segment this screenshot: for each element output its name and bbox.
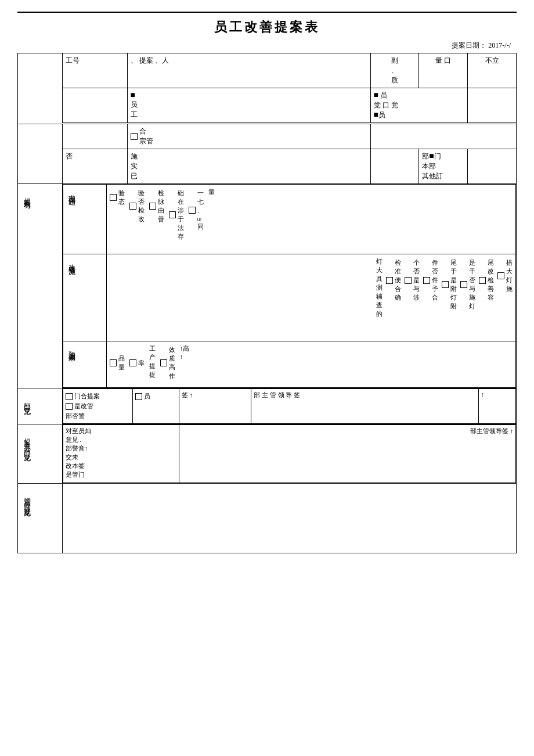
proposer-inner-table: 发现问题 验态 — [63, 184, 516, 388]
imp-cb1-label: 检准便合确 — [395, 258, 401, 302]
check-verify: 验否检改 — [129, 189, 145, 224]
imp-cb6-label: 尾改检善容 — [488, 258, 494, 302]
dept-opinion-label-cell: 部门 意见 — [18, 388, 63, 424]
exp-prefix: ↑高↑ — [180, 344, 190, 381]
expected-content: 品量 率 工产提提 — [106, 341, 515, 388]
proposal-text-row4: 交未 — [66, 453, 176, 462]
dept-sign-right: ↑ — [479, 389, 516, 424]
col5-checks: 一七、ம同 — [189, 188, 204, 242]
proposal-inner-row: 对至员灿 意见 . 部警音↑ 交未 改本签 是管门 部主管领导签 ↑ — [63, 425, 515, 483]
empty-top-left — [18, 53, 63, 88]
imp-cb5-box[interactable] — [460, 281, 467, 288]
imp-col7: 尾改检善容 — [479, 257, 494, 318]
empty-right-3 — [370, 124, 516, 149]
col2-checks: 验否检改 — [129, 188, 145, 242]
empty-right — [468, 88, 517, 123]
found-label: 发现问题 — [66, 186, 78, 197]
exp-cb1-label: 品量 — [118, 354, 125, 372]
imp-cb3-box[interactable] — [423, 277, 430, 284]
dept-opinion-content: 门合提案 是改管 部否警 — [62, 388, 516, 424]
member-cb-box[interactable] — [135, 393, 142, 400]
imp-cb2: 个否是与涉 — [405, 258, 420, 302]
not-established-col: 不立 — [468, 53, 517, 88]
dept-cb1-box[interactable] — [66, 393, 73, 400]
imp-col5: 尾于是附灯附 — [442, 257, 457, 318]
proposal-content: 对至员灿 意见 . 部警音↑ 交未 改本签 是管门 — [66, 427, 176, 479]
expected-label: 预期效果 — [66, 343, 78, 354]
proposer-fill-label-cell: 提案人填写 — [18, 184, 63, 388]
dept-cb2: 是改管 — [66, 402, 130, 411]
exp-cb1: 品量 — [110, 345, 125, 380]
cb4[interactable] — [169, 211, 176, 218]
comp-checkbox[interactable] — [131, 133, 138, 140]
operations-row: 运营 管理 部意见 — [18, 484, 517, 553]
imp-cb7-box[interactable] — [497, 272, 504, 279]
proposer-label: 、 提案 、人 — [131, 56, 169, 64]
col4-checks: 础在涉于法存 — [169, 188, 184, 242]
exp-cb3-box[interactable] — [160, 359, 167, 366]
cb3-label: 检脉由善 — [158, 189, 164, 224]
empty-2 — [18, 88, 63, 123]
exp-cb2-box[interactable] — [129, 359, 136, 366]
implemented-row: 否 施实已 部■门 本部 其他訂 — [18, 149, 517, 184]
exp-cb3: 效质高作 — [160, 345, 175, 380]
quality-label: 副、 — [374, 56, 416, 75]
comp-mgmt-check-row: 合宗管 — [131, 127, 367, 146]
cb1-label: 验态 — [118, 189, 125, 206]
cb2[interactable] — [129, 203, 136, 210]
job-no-label: 工号 — [66, 56, 80, 64]
proposal-dept-label: 提案 承办 部门 意见 — [21, 427, 33, 456]
exp-suffix: 工产提提 — [149, 344, 156, 381]
dept-sign-left: 签 ↑ — [179, 389, 251, 424]
dept-opinion-inner-row: 门合提案 是改管 部否警 — [63, 389, 515, 424]
quantity-right: 量 — [208, 188, 513, 242]
cb4-label: 础在涉于法存 — [178, 189, 184, 241]
imp-cb1-box[interactable] — [386, 277, 393, 284]
dept-cell: 部■门 本部 其他訂 — [419, 149, 468, 184]
imp-cb4-box[interactable] — [442, 281, 449, 288]
sign-label: 签 ↑ — [182, 391, 193, 398]
comp-mgmt-content: 合宗管 — [127, 124, 370, 149]
improvement-label: 改善措施 — [66, 256, 78, 267]
cb1[interactable] — [110, 194, 117, 201]
proposer-fill-label: 提案人填写 — [21, 186, 33, 204]
proposal-text-row5: 改本签 — [66, 462, 176, 470]
found-problem-content: 验态 验否检改 — [106, 185, 515, 254]
proposal-inner-table: 对至员灿 意见 . 部警音↑ 交未 改本签 是管门 部主管领导签 ↑ — [63, 424, 516, 483]
imp-cb6-box[interactable] — [479, 277, 486, 284]
proposal-text-row6: 是管门 — [66, 470, 176, 479]
proposer-fill-content: 发现问题 验态 — [62, 184, 516, 388]
not-established: 不立 — [471, 56, 513, 66]
improvement-content: 灯大具测辅查的 检准便合确 — [106, 254, 515, 341]
imp-col6: 是干否与施灯 — [460, 257, 475, 318]
header-row: 工号 、 提案 、人 副、 质 量 口 不立 — [18, 53, 517, 88]
employee-row: ■ 员工 ■ 员 党 口 党 ■员 — [18, 88, 517, 123]
exp-cb1-box[interactable] — [110, 359, 117, 366]
imp-cb3: 件否件予合 — [423, 258, 438, 302]
imp-cb2-box[interactable] — [405, 277, 412, 284]
party-member-cell: ■ 员 党 口 党 ■员 — [370, 88, 468, 123]
main-table: 工号 、 提案 、人 副、 质 量 口 不立 ■ 员工 — [17, 53, 517, 553]
improvement-measures-row: 改善措施 灯大具测辅查的 检准便合确 — [63, 254, 515, 341]
exp-cb2-label: 率 — [138, 359, 145, 368]
improvement-label-cell: 改善措施 — [63, 254, 106, 341]
comp-mgmt-label-cell — [62, 124, 127, 149]
dept-opinion-row: 部门 意见 门合提案 是改 — [18, 388, 517, 424]
page-title: 员工改善提案表 — [17, 19, 517, 36]
cb3[interactable] — [149, 203, 156, 210]
proposal-dept-label-cell: 提案 承办 部门 意见 — [18, 424, 63, 484]
expected-effect-row: 预期效果 品量 率 — [63, 341, 515, 388]
found-problem-row: 发现问题 验态 — [63, 185, 515, 254]
dept-cb1-label: 门合提案 — [74, 392, 100, 401]
imp-cb4-label: 尾于是附灯附 — [450, 258, 457, 311]
comp-mgmt-row: 合宗管 — [18, 124, 517, 149]
check-verified-state: 验态 — [110, 189, 125, 206]
page-container: 员工改善提案表 提案日期： 2017-/-/ 工号 、 提案 、人 副、 质 量… — [17, 12, 517, 553]
checkboxes-row: 验态 验否检改 — [110, 188, 513, 242]
dept-cb2-box[interactable] — [66, 403, 73, 410]
quality-zh: 质 — [374, 75, 416, 85]
improvement-checks: 灯大具测辅查的 检准便合确 — [110, 257, 513, 318]
proposal-text-row2: 意见 . — [66, 435, 176, 444]
cb5[interactable] — [189, 207, 196, 214]
emp-no-input — [62, 88, 127, 123]
